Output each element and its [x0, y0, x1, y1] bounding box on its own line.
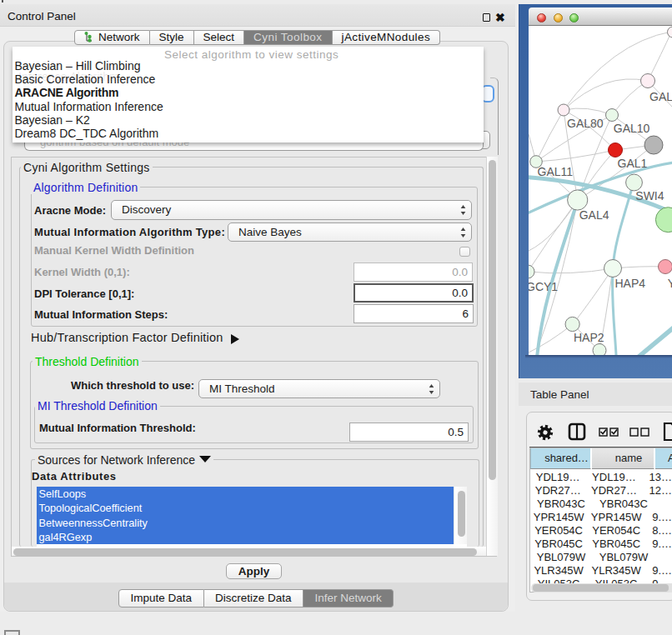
svg-text:YJ: YJ	[668, 277, 672, 290]
svg-text:HAP4: HAP4	[615, 277, 646, 290]
svg-text:GAL4: GAL4	[579, 208, 609, 222]
svg-text:GAL11: GAL11	[538, 165, 574, 178]
svg-text:HAP2: HAP2	[574, 331, 604, 344]
svg-text:GAL10: GAL10	[614, 122, 650, 135]
svg-text:SWI4: SWI4	[635, 189, 664, 202]
svg-text:GAL1: GAL1	[618, 157, 648, 170]
svg-text:GCY1: GCY1	[529, 280, 558, 293]
svg-text:GAL2: GAL2	[649, 90, 672, 103]
svg-text:GAL80: GAL80	[567, 117, 604, 130]
